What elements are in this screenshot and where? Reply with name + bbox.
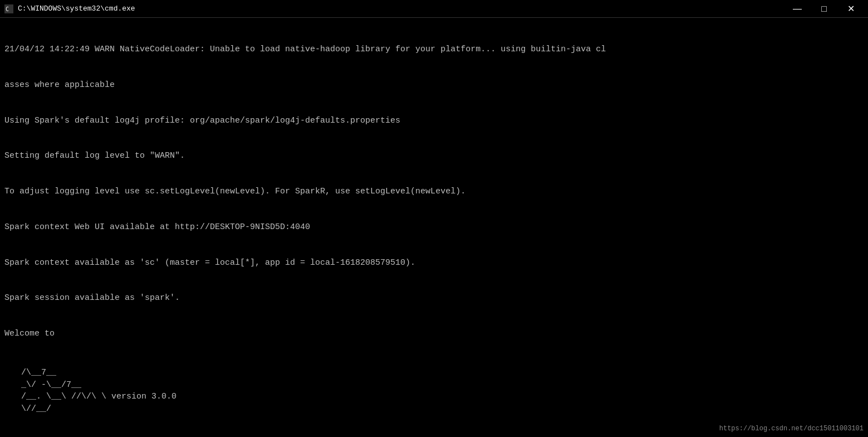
url-hint: https://blog.csdn.net/dcc15011003101	[719, 424, 864, 434]
line-9: Welcome to	[4, 328, 864, 340]
spark-ascii-logo: /\__7__ _\/ -\__/7__ /__. \__\ //\/\ \ v…	[4, 367, 864, 415]
svg-text:C: C	[6, 6, 9, 12]
line-2: asses where applicable	[4, 79, 864, 91]
logo-line-2: _\/ -\__/7__	[21, 379, 864, 391]
terminal-body[interactable]: 21/04/12 14:22:49 WARN NativeCodeLoader:…	[0, 18, 868, 437]
window: C C:\WINDOWS\system32\cmd.exe — □ ✕ 21/0…	[0, 0, 868, 437]
line-4: Setting default log level to "WARN".	[4, 150, 864, 162]
line-7: Spark context available as 'sc' (master …	[4, 257, 864, 269]
line-3: Using Spark's default log4j profile: org…	[4, 115, 864, 127]
titlebar-left: C C:\WINDOWS\system32\cmd.exe	[4, 4, 135, 13]
logo-line-3: /__. \__\ //\/\ \ version 3.0.0	[21, 391, 864, 403]
close-button[interactable]: ✕	[838, 0, 864, 18]
line-6: Spark context Web UI available at http:/…	[4, 221, 864, 234]
titlebar-controls: — □ ✕	[784, 0, 864, 18]
restore-button[interactable]: □	[811, 0, 837, 18]
line-5: To adjust logging level use sc.setLogLev…	[4, 186, 864, 198]
cmd-icon: C	[4, 4, 13, 13]
titlebar: C C:\WINDOWS\system32\cmd.exe — □ ✕	[0, 0, 868, 18]
line-8: Spark session available as 'spark'.	[4, 292, 864, 304]
line-1: 21/04/12 14:22:49 WARN NativeCodeLoader:…	[4, 43, 864, 56]
logo-line-1: /\__7__	[21, 367, 864, 379]
minimize-button[interactable]: —	[784, 0, 810, 18]
logo-line-4: \//__/	[21, 403, 864, 415]
titlebar-title: C:\WINDOWS\system32\cmd.exe	[18, 4, 135, 13]
terminal-content: 21/04/12 14:22:49 WARN NativeCodeLoader:…	[4, 20, 864, 363]
